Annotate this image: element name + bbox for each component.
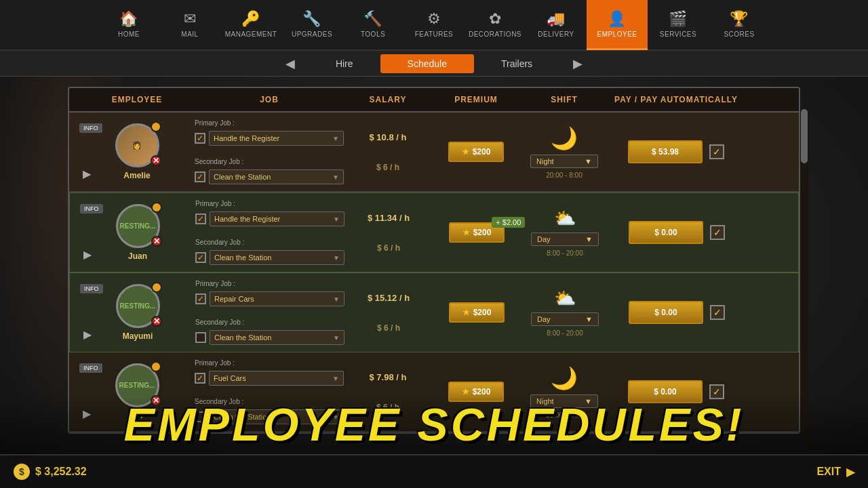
employee-row-mayumi: INFO RESTING... ✕ Mayumi ▶ Primary Job :… — [69, 272, 799, 352]
primary-job-checkbox[interactable]: ✓ — [195, 133, 205, 144]
primary-job-row: ✓ Handle the Register ▼ — [195, 211, 344, 226]
next-arrow[interactable]: ▶ — [559, 56, 596, 71]
sun-icon: ⛅ — [554, 208, 576, 229]
nav-item-employee[interactable]: 👤 EMPLOYEE — [587, 0, 648, 50]
subnav-item-schedule[interactable]: Schedule — [380, 54, 474, 73]
shift-dropdown[interactable]: Night ▼ — [530, 155, 598, 168]
nav-label-scores: SCORES — [724, 30, 754, 38]
subnav-item-hire[interactable]: Hire — [309, 54, 380, 73]
secondary-job-dropdown[interactable]: Clean the Station ▼ — [210, 250, 344, 265]
table-header: EMPLOYEEJOBSALARYPREMIUMSHIFTPAY / PAY A… — [69, 88, 799, 113]
play-button[interactable]: ▶ — [83, 167, 91, 180]
info-button[interactable]: INFO — [80, 204, 103, 214]
avatar-wrapper: RESTING... ✕ — [116, 204, 160, 248]
moon-icon: 🌙 — [551, 365, 578, 391]
premium-add: + $2.00 — [492, 217, 525, 228]
nav-item-decorations[interactable]: ✿ DECORATIONS — [465, 0, 526, 50]
top-nav: 🏠 HOME ✉ MAIL 🔑 MANAGEMENT 🔧 UPGRADES 🔨 … — [0, 0, 868, 51]
nav-item-tools[interactable]: 🔨 TOOLS — [342, 0, 403, 50]
avatar-wrapper: RESTING... ✕ — [116, 284, 160, 328]
secondary-job-dropdown[interactable]: Clean the Station ▼ — [209, 169, 344, 184]
pay-button[interactable]: $ 53.98 — [628, 140, 703, 163]
secondary-job-name: Clean the Station — [214, 333, 271, 342]
primary-job-row: ✓ Handle the Register ▼ — [195, 131, 344, 146]
header-shift: SHIFT — [520, 95, 608, 104]
star-icon: ★ — [462, 308, 470, 317]
primary-job-dropdown[interactable]: Handle the Register ▼ — [210, 211, 344, 226]
nav-item-delivery[interactable]: 🚚 DELIVERY — [526, 0, 587, 50]
info-button[interactable]: INFO — [80, 284, 103, 293]
status-badge: ✕ — [151, 316, 162, 327]
shift-dropdown[interactable]: Day ▼ — [531, 232, 599, 246]
premium-amount: $200 — [473, 228, 492, 237]
nav-item-upgrades[interactable]: 🔧 UPGRADES — [281, 0, 342, 50]
secondary-job-label: Secondary Job : — [195, 319, 344, 326]
money-display: $ $ 3,252.32 — [14, 464, 87, 480]
primary-job-name: Repair Cars — [214, 295, 254, 303]
money-amount: $ 3,252.32 — [35, 466, 87, 478]
level-badge — [151, 361, 161, 372]
premium-button-amelie[interactable]: ★ $200 — [448, 142, 505, 162]
primary-job-checkbox[interactable]: ✓ — [195, 293, 206, 304]
employee-name: Juan — [128, 251, 147, 261]
features-icon: ⚙ — [427, 10, 441, 28]
premium-button-mayumi[interactable]: ★ $200 — [449, 302, 505, 323]
pay-button[interactable]: $ 0.00 — [629, 221, 703, 244]
pay-amount: $ 0.00 — [654, 308, 677, 317]
employee-list: INFO 👩 ✕ Amelie ▶ Primary Job : ✓ Handle… — [69, 113, 799, 432]
primary-salary: $ 11.34 / h — [344, 213, 433, 223]
secondary-job-checkbox[interactable]: ✓ — [195, 252, 206, 263]
secondary-job-row: ✓ Clean the Station ▼ — [195, 169, 344, 184]
nav-label-management: MANAGEMENT — [225, 30, 277, 38]
pay-cell: $ 53.98 ✓ — [608, 140, 744, 163]
primary-job-dropdown[interactable]: Repair Cars ▼ — [210, 291, 344, 306]
secondary-job-checkbox[interactable] — [195, 332, 206, 343]
nav-item-home[interactable]: 🏠 HOME — [98, 0, 159, 50]
play-button[interactable]: ▶ — [83, 328, 92, 341]
pay-auto-checkbox[interactable]: ✓ — [709, 144, 724, 159]
info-button[interactable]: INFO — [79, 363, 102, 373]
primary-job-label: Primary Job : — [195, 119, 344, 127]
primary-salary: $ 15.12 / h — [344, 293, 433, 303]
dropdown-arrow: ▼ — [332, 174, 339, 181]
scores-icon: 🏆 — [730, 10, 749, 28]
subnav-item-trailers[interactable]: Trailers — [474, 54, 559, 73]
pay-button[interactable]: $ 0.00 — [629, 301, 703, 324]
nav-item-scores[interactable]: 🏆 SCORES — [709, 0, 770, 50]
primary-job-name: Handle the Register — [214, 134, 279, 142]
secondary-job-dropdown[interactable]: Clean the Station ▼ — [210, 330, 344, 345]
level-badge — [151, 202, 162, 213]
prev-arrow[interactable]: ◀ — [272, 56, 309, 71]
title-text: EMPLOYEE SCHEDULES! — [0, 398, 868, 451]
pay-cell: $ 0.00 ✓ — [609, 301, 745, 324]
schedule-table: EMPLOYEEJOBSALARYPREMIUMSHIFTPAY / PAY A… — [68, 87, 800, 434]
salary-cell: $ 11.34 / h $ 6 / h — [344, 213, 433, 253]
employee-row-juan: INFO RESTING... ✕ Juan ▶ Primary Job : ✓… — [69, 192, 799, 272]
management-icon: 🔑 — [241, 10, 260, 28]
shift-dropdown[interactable]: Day ▼ — [531, 312, 599, 326]
dropdown-arrow: ▼ — [333, 254, 340, 262]
nav-label-home: HOME — [118, 30, 140, 38]
primary-job-checkbox[interactable]: ✓ — [195, 214, 206, 224]
play-button[interactable]: ▶ — [83, 248, 92, 261]
pay-auto-checkbox[interactable]: ✓ — [710, 225, 725, 240]
exit-button[interactable]: EXIT ▶ — [816, 466, 854, 479]
shift-cell: ⛅ Day ▼ 8:00 - 20:00 — [521, 208, 609, 257]
nav-item-management[interactable]: 🔑 MANAGEMENT — [220, 0, 281, 50]
primary-job-row: ✓ Repair Cars ▼ — [195, 291, 344, 306]
info-button[interactable]: INFO — [79, 123, 102, 133]
nav-item-services[interactable]: 🎬 SERVICES — [648, 0, 709, 50]
employee-name: Amelie — [123, 171, 150, 180]
level-badge — [151, 282, 162, 293]
dropdown-arrow: ▼ — [332, 135, 339, 142]
nav-item-features[interactable]: ⚙ FEATURES — [403, 0, 465, 50]
decorations-icon: ✿ — [489, 10, 502, 28]
secondary-job-checkbox[interactable]: ✓ — [195, 171, 205, 182]
primary-job-checkbox[interactable]: ✓ — [195, 373, 205, 384]
scroll-thumb[interactable] — [801, 109, 808, 163]
premium-amount: $200 — [473, 308, 492, 317]
nav-item-mail[interactable]: ✉ MAIL — [159, 0, 220, 50]
primary-job-dropdown[interactable]: Fuel Cars ▼ — [209, 371, 344, 386]
pay-auto-checkbox[interactable]: ✓ — [710, 305, 725, 320]
primary-job-dropdown[interactable]: Handle the Register ▼ — [209, 131, 344, 146]
